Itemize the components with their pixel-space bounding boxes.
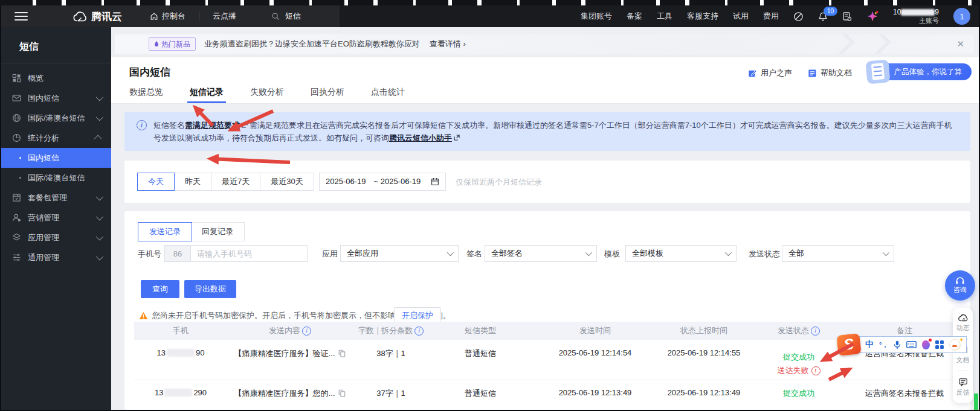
menu-support[interactable]: 客服支持 — [687, 11, 718, 22]
sidebar-item-apps[interactable]: 应用管理 — [1, 228, 111, 247]
send-status-select[interactable]: 全部 — [782, 245, 894, 262]
user-voice-link[interactable]: 用户之声 — [748, 68, 792, 78]
notice-spec-link[interactable]: 需满足规范要求 — [185, 121, 240, 130]
decoration — [856, 34, 891, 54]
notice-assistant-link[interactable]: 腾讯云短信小助手 — [389, 133, 452, 142]
query-button[interactable]: 查询 — [141, 280, 179, 298]
chevron-down-icon — [585, 249, 592, 256]
account-info[interactable]: 109 主账号 — [893, 8, 939, 25]
close-icon[interactable]: ✕ — [956, 39, 964, 48]
tab-send-records[interactable]: 发送记录 — [138, 222, 192, 241]
cell-phone: 13290 — [134, 380, 227, 411]
quick-range-group: 今天 昨天 最近7天 最近30天 — [138, 173, 314, 191]
sidebar-item-package[interactable]: 套餐包管理 — [1, 188, 111, 208]
range-today-button[interactable]: 今天 — [137, 173, 175, 191]
consult-button[interactable]: 咨询 — [945, 270, 975, 301]
package-icon — [12, 193, 22, 203]
phone-blur — [164, 389, 192, 397]
microphone-icon[interactable] — [894, 340, 901, 349]
info-icon[interactable]: i — [811, 327, 820, 336]
redaction-scribbles — [0, 0, 980, 5]
sidebar-subitem-domestic-sms-active[interactable]: 国内短信 — [1, 148, 111, 168]
help-docs-link[interactable]: 帮助文档 — [808, 68, 852, 78]
menu-billing[interactable]: 费用 — [763, 11, 779, 22]
app-select[interactable]: 全部应用 — [340, 245, 459, 262]
hamburger-menu-icon[interactable] — [15, 12, 28, 21]
quick-access-icon[interactable] — [793, 11, 804, 22]
menu-group-account[interactable]: 集团账号 — [581, 11, 612, 22]
sidebar-item-overview[interactable]: 概览 — [1, 68, 111, 88]
records-card: 发送记录 回复记录 手机号 86 应用 全部应用 签名 全部签名 模板 全部模板… — [124, 211, 970, 410]
sidebar-item-domestic-sms[interactable]: 国内短信 — [1, 88, 111, 108]
bullet-icon — [19, 177, 21, 179]
external-link-icon — [454, 135, 460, 141]
product-experience-button[interactable]: 产品体验，你说了算 — [869, 63, 972, 80]
sidebar-subitem-intl-sms[interactable]: 国际/港澳台短信 — [1, 168, 111, 188]
promo-detail-link[interactable]: 查看详情 › — [430, 39, 466, 49]
page-header: 国内短信 用户之声 帮助文档 产品体验，你说了算 数据总览 短信记录 失败分析 … — [111, 57, 979, 104]
topbar-search[interactable]: 短信 — [271, 11, 301, 22]
warning-icon — [139, 311, 148, 320]
export-button[interactable]: 导出数据 — [184, 280, 236, 298]
copy-icon[interactable] — [338, 389, 346, 397]
info-icon[interactable]: i — [302, 327, 311, 336]
menu-trial[interactable]: 试用 — [733, 11, 749, 22]
account-id-blur — [901, 9, 935, 16]
sogou-logo[interactable]: S — [836, 333, 861, 356]
ime-punctuation[interactable]: °， — [879, 340, 888, 349]
page-title: 国内短信 — [129, 65, 170, 79]
notifications-bell-icon[interactable]: 10 — [818, 11, 828, 22]
phone-blur — [167, 349, 195, 357]
error-info-icon[interactable]: ! — [811, 366, 820, 375]
promo-text: 业务频遭盗刷困扰？边缘安全加速平台EO防盗刷教程教你应对 — [204, 39, 420, 49]
tab-failure-analysis[interactable]: 失败分析 — [250, 83, 284, 103]
rewards-star-icon[interactable] — [866, 10, 878, 22]
sidebar-item-stats[interactable]: 统计分析 — [1, 128, 111, 148]
sidebar-item-intl-sms[interactable]: 国际/港澳台短信 — [1, 108, 111, 128]
sidebar-item-marketing[interactable]: 营销管理 — [1, 208, 111, 228]
col-count: 字数｜拆分条数i — [353, 322, 429, 340]
rail-item-feedback[interactable]: 反馈 — [956, 378, 970, 397]
tab-receipt-analysis[interactable]: 回执分析 — [311, 83, 344, 103]
col-status: 发送状态i — [749, 322, 848, 340]
tab-reply-records[interactable]: 回复记录 — [190, 222, 245, 241]
template-select[interactable]: 全部模板 — [625, 245, 737, 262]
ime-skin-icon[interactable] — [922, 340, 930, 349]
menu-icp[interactable]: 备案 — [627, 11, 642, 22]
cell-count: 37字｜1 — [353, 380, 429, 411]
product-link-vod[interactable]: 云点播 — [213, 11, 236, 22]
range-yesterday-button[interactable]: 昨天 — [174, 173, 211, 191]
range-7days-button[interactable]: 最近7天 — [211, 173, 260, 191]
info-icon[interactable]: i — [414, 327, 424, 336]
copy-icon[interactable] — [338, 349, 346, 357]
decoration — [820, 34, 855, 54]
avatar[interactable]: 1 — [953, 8, 970, 25]
range-30days-button[interactable]: 最近30天 — [260, 173, 314, 191]
signature-select[interactable]: 全部签名 — [485, 245, 597, 262]
sidebar-title: 短信 — [1, 27, 111, 63]
sidebar-item-label: 应用管理 — [28, 232, 59, 243]
calendar-icon — [431, 177, 439, 186]
home-icon — [150, 12, 158, 21]
phone-input[interactable] — [190, 245, 308, 262]
enable-protection-button[interactable]: 开启保护 — [394, 307, 441, 323]
date-range-picker[interactable]: 2025-06-19 ~ 2025-06-19 — [319, 173, 446, 191]
layers-icon — [12, 233, 22, 243]
keyboard-icon[interactable] — [906, 341, 917, 348]
tab-click-stats[interactable]: 点击统计 — [371, 83, 405, 103]
tab-sms-records[interactable]: 短信记录 — [190, 83, 224, 103]
brand-logo[interactable]: 腾讯云 — [73, 10, 122, 24]
user-voice-label: 用户之声 — [761, 68, 792, 78]
document-icon — [808, 69, 817, 78]
sidebar-item-general[interactable]: 通用管理 — [1, 247, 111, 267]
menu-tools[interactable]: 工具 — [657, 11, 672, 22]
console-link[interactable]: 控制台 — [150, 11, 185, 22]
chevron-down-icon — [96, 94, 104, 101]
rail-item-updates[interactable]: 动态 — [956, 314, 970, 333]
ticket-icon[interactable] — [842, 11, 852, 21]
cell-report-time: 2025-06-19 12:13:49 — [659, 380, 749, 411]
ime-mode-chinese[interactable]: 中 — [865, 339, 874, 350]
ime-emoji-icon[interactable]: ✦ — [949, 339, 961, 351]
ime-toolbox-icon[interactable] — [935, 340, 944, 349]
tab-data-overview[interactable]: 数据总览 — [129, 83, 163, 103]
